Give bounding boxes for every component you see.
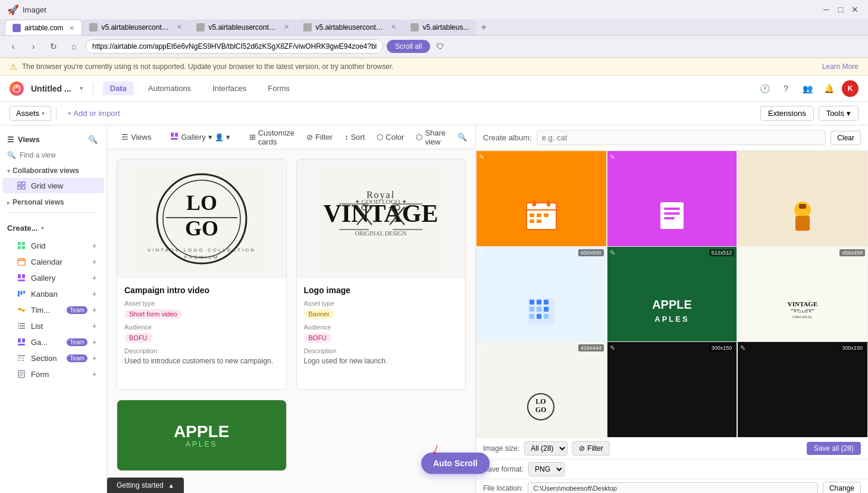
- calendar-add-icon[interactable]: +: [92, 257, 97, 266]
- tab-v5-2[interactable]: v5.airtableusercontent.com ✕: [189, 20, 296, 35]
- search-button[interactable]: 🔍: [453, 130, 472, 144]
- dark1-edit-icon[interactable]: ✎: [610, 344, 615, 352]
- apple-edit-icon[interactable]: ✎: [610, 249, 615, 257]
- grid-add-icon[interactable]: +: [92, 241, 97, 250]
- section-add-icon[interactable]: +: [92, 353, 97, 363]
- address-input[interactable]: [86, 39, 383, 54]
- dark2-edit-icon[interactable]: ✎: [740, 344, 745, 352]
- sidebar-item-kanban[interactable]: Kanban +: [2, 286, 104, 302]
- sidebar-item-timeline[interactable]: Tim... Team +: [2, 302, 104, 318]
- svg-rect-74: [664, 208, 680, 210]
- gallery-card-2[interactable]: APPLE APLES: [117, 400, 287, 471]
- tab-v5-3[interactable]: v5.airtableusercontent.com ✕: [296, 20, 403, 35]
- share-view-button[interactable]: ⬡ Share view: [411, 126, 450, 149]
- file-location-input[interactable]: [528, 482, 818, 493]
- ga-add-icon[interactable]: +: [92, 337, 97, 347]
- album-name-input[interactable]: [537, 130, 826, 145]
- tools-chevron-icon: ▾: [847, 109, 851, 118]
- svg-rect-72: [537, 219, 541, 223]
- sidebar-item-calendar[interactable]: Calendar +: [2, 254, 104, 269]
- sidebar-item-section[interactable]: Section Team +: [2, 350, 104, 366]
- logo2-edit-icon[interactable]: ✎: [479, 344, 484, 352]
- filter-button-panel[interactable]: ⊘ Filter: [572, 441, 610, 456]
- tab-airtable[interactable]: airtable.com ✕: [5, 20, 82, 36]
- views-toggle[interactable]: ☰ Views: [117, 130, 156, 144]
- find-view-input[interactable]: [20, 151, 107, 159]
- users-icon[interactable]: 👥: [799, 80, 816, 97]
- card-desc-label-1: Description: [304, 347, 459, 354]
- help-icon[interactable]: ?: [778, 80, 794, 97]
- extensions-button[interactable]: Extensions: [760, 106, 814, 121]
- save-all-button[interactable]: Save all (28): [807, 442, 861, 455]
- gallery-add-icon[interactable]: +: [92, 273, 97, 282]
- history-icon[interactable]: 🕐: [756, 80, 773, 97]
- tab-v5-4[interactable]: v5.airtableus...: [403, 20, 476, 35]
- sidebar-item-grid-view[interactable]: Grid view: [2, 178, 104, 193]
- sort-button[interactable]: ↕ Sort: [340, 130, 369, 144]
- refresh-button[interactable]: ↻: [45, 38, 62, 55]
- tab-close-v5-3[interactable]: ✕: [391, 23, 396, 31]
- img-cell-dark2[interactable]: 300x150 icon_definitions.svg ✎ Save: [737, 341, 868, 437]
- back-button[interactable]: ‹: [5, 38, 21, 55]
- gallery-card-1[interactable]: Royal VINTAGE ✦ GOOD LOGO ✦ ORIGINAL DES…: [296, 159, 466, 390]
- save-format-select[interactable]: PNG: [528, 462, 565, 476]
- form-add-icon[interactable]: +: [92, 369, 97, 379]
- vintage-edit-icon[interactable]: ✎: [740, 249, 745, 257]
- assets-button[interactable]: Assets ▾: [10, 106, 51, 121]
- list-add-icon[interactable]: +: [92, 321, 97, 331]
- user-avatar[interactable]: K: [842, 80, 858, 97]
- add-import-button[interactable]: + Add or import: [61, 106, 126, 120]
- gallery-view-selector[interactable]: Gallery ▾ 👤 ▾: [165, 130, 234, 145]
- tab-add-icon[interactable]: +: [478, 22, 488, 33]
- change-location-button[interactable]: Change: [823, 482, 861, 493]
- svg-rect-78: [795, 216, 810, 231]
- close-icon[interactable]: ✕: [849, 4, 861, 15]
- sidebar-item-ga[interactable]: Ga... Team +: [2, 334, 104, 350]
- image-size-select[interactable]: All (28): [524, 441, 568, 456]
- grid-edit-icon[interactable]: ✎: [479, 249, 484, 257]
- collaborative-views-header[interactable]: ▾ Collaborative views: [0, 164, 106, 177]
- getting-started-bar[interactable]: Getting started ▲: [107, 478, 184, 493]
- clear-button[interactable]: Clear: [831, 131, 861, 145]
- view-search-icon[interactable]: 🔍: [86, 133, 99, 146]
- svg-rect-67: [547, 200, 550, 206]
- create-header[interactable]: Create... ▾: [7, 221, 99, 235]
- header-tab-automations[interactable]: Automations: [141, 81, 198, 95]
- sidebar-gallery-label: Gallery: [31, 274, 87, 282]
- sidebar-item-grid[interactable]: Grid +: [2, 238, 104, 253]
- tab-close-v5-1[interactable]: ✕: [177, 23, 182, 31]
- kanban-add-icon[interactable]: +: [92, 289, 97, 299]
- sidebar-item-form[interactable]: Form +: [2, 366, 104, 382]
- svg-rect-88: [537, 314, 541, 319]
- timeline-add-icon[interactable]: +: [92, 305, 97, 315]
- header-tab-forms[interactable]: Forms: [261, 81, 297, 95]
- cooking-edit-icon[interactable]: ✎: [740, 153, 745, 161]
- customize-cards-button[interactable]: ⊞ Customize cards: [245, 126, 299, 149]
- header-tab-data[interactable]: Data: [103, 81, 134, 95]
- calendar-edit-icon[interactable]: ✎: [479, 153, 484, 161]
- header-divider: [93, 83, 93, 95]
- scroll-all-button[interactable]: Scroll all: [387, 40, 430, 53]
- assets-label: Assets: [16, 109, 39, 118]
- minimize-icon[interactable]: ─: [820, 4, 832, 15]
- img-cell-dark1[interactable]: 300x150 icon_definitions_4.svg ✎ Save: [607, 341, 738, 437]
- forward-button[interactable]: ›: [25, 38, 42, 55]
- maximize-icon[interactable]: □: [835, 4, 847, 15]
- card-desc-1: Logo used for new launch.: [304, 357, 459, 365]
- home-button[interactable]: ⌂: [65, 38, 82, 55]
- tab-v5-1[interactable]: v5.airtableusercontent.com ✕: [82, 20, 189, 35]
- img-cell-logo2[interactable]: 416x444 LOGO IF6I2pw9LR6w5pGvX1IeATAT48p…: [476, 341, 607, 437]
- form-edit-icon[interactable]: ✎: [610, 153, 615, 161]
- header-tab-interfaces[interactable]: Interfaces: [205, 81, 253, 95]
- tools-button[interactable]: Tools ▾: [819, 106, 858, 121]
- bell-icon[interactable]: 🔔: [820, 80, 837, 97]
- personal-views-header[interactable]: ▸ Personal views: [0, 196, 106, 209]
- tab-close-v5-2[interactable]: ✕: [284, 23, 289, 31]
- gallery-card-0[interactable]: LO GO VINTAGE LOGO COLLECTION PREMIUM Ca…: [117, 159, 287, 390]
- sidebar-item-list[interactable]: List +: [2, 318, 104, 334]
- color-button[interactable]: ⬡ Color: [372, 130, 409, 144]
- sidebar-item-gallery[interactable]: Gallery +: [2, 270, 104, 285]
- tab-close-airtable[interactable]: ✕: [69, 24, 74, 32]
- learn-more-link[interactable]: Learn More: [822, 62, 858, 71]
- filter-button[interactable]: ⊘ Filter: [302, 130, 337, 144]
